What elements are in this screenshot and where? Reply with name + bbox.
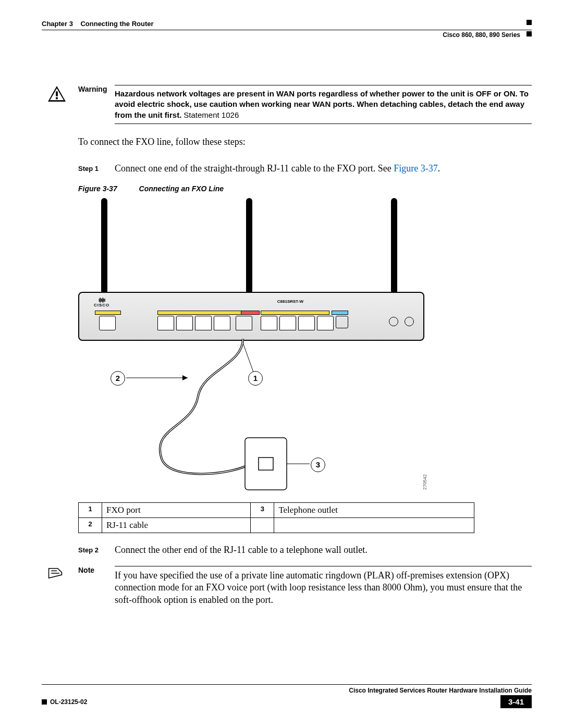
intro-text: To connect the FXO line, follow these st… — [78, 137, 532, 147]
fxo-port — [236, 316, 252, 330]
note-icon — [47, 566, 72, 583]
lan-port-row — [261, 316, 334, 330]
cable-path-icon — [78, 198, 474, 500]
header-marker-icon — [527, 20, 532, 25]
svg-rect-7 — [245, 438, 287, 490]
note-block: Note If you have specified the use of a … — [78, 566, 532, 606]
callout-3: 3 — [311, 458, 325, 472]
console-port-label — [332, 311, 348, 315]
svg-rect-3 — [56, 97, 58, 100]
chapter-number: Chapter 3 — [42, 20, 73, 28]
svg-marker-6 — [182, 375, 188, 380]
port-group-label — [157, 311, 252, 315]
figure-legend-table: 1 FXO port 3 Telephone outlet 2 RJ-11 ca… — [78, 502, 474, 533]
port-group-label — [261, 311, 329, 315]
port-group-label — [95, 311, 121, 315]
chapter-title: Connecting the Router — [80, 20, 153, 28]
note-label: Note — [78, 566, 115, 606]
device-model-label: C881SRST-W — [277, 299, 303, 304]
table-row: 1 FXO port 3 Telephone outlet — [79, 502, 474, 517]
warning-label: Warning — [78, 85, 115, 124]
header-marker-icon — [527, 31, 532, 36]
figure-number: Figure 3-37 — [78, 184, 117, 193]
step-1: Step 1 Connect one end of the straight-t… — [78, 163, 532, 174]
figure-reference-link[interactable]: Figure 3-37 — [394, 163, 438, 174]
step-label: Step 1 — [78, 163, 115, 174]
antenna-icon — [101, 198, 107, 294]
svg-rect-2 — [56, 91, 58, 96]
series-label: Cisco 860, 880, 890 Series — [443, 31, 520, 39]
antenna-icon — [391, 198, 397, 294]
image-id: 270542 — [422, 474, 427, 490]
step-2: Step 2 Connect the other end of the RJ-1… — [78, 545, 532, 556]
aux-port — [336, 316, 348, 328]
callout-2: 2 — [111, 371, 125, 386]
cisco-logo: ı|ıı|ıı CISCO — [94, 297, 109, 307]
port-row — [157, 316, 230, 330]
page-footer: Cisco Integrated Services Router Hardwar… — [42, 684, 532, 708]
fxo-port-label — [241, 311, 260, 315]
figure-caption: Figure 3-37 Connecting an FXO Line — [78, 184, 532, 193]
figure-title: Connecting an FXO Line — [139, 184, 224, 193]
antenna-icon — [246, 198, 252, 294]
footer-marker-icon — [42, 699, 47, 705]
footer-guide-title: Cisco Integrated Services Router Hardwar… — [349, 687, 532, 694]
step-2-text: Connect the other end of the RJ-11 cable… — [115, 545, 532, 556]
power-connector-icon — [405, 317, 414, 326]
page-number: 3-41 — [500, 695, 532, 708]
ground-icon — [389, 317, 398, 326]
figure-illustration: ı|ıı|ıı CISCO C881SRST-W — [78, 198, 474, 500]
warning-block: Warning Hazardous network voltages are p… — [78, 85, 532, 124]
warning-statement: Statement 1026 — [183, 110, 239, 119]
table-row: 2 RJ-11 cable — [79, 517, 474, 533]
svg-rect-8 — [259, 458, 273, 470]
warning-icon — [47, 85, 72, 105]
step-label: Step 2 — [78, 545, 115, 556]
page-header: Chapter 3 Connecting the Router Cisco 86… — [42, 20, 532, 56]
port-icon — [99, 316, 116, 330]
callout-1: 1 — [248, 371, 263, 386]
step-1-text: Connect one end of the straight-through … — [115, 163, 532, 174]
footer-doc-id: OL-23125-02 — [50, 698, 87, 706]
note-text: If you have specified the use of a priva… — [115, 570, 532, 606]
warning-text: Hazardous network voltages are present i… — [115, 89, 529, 119]
router-body: ı|ıı|ıı CISCO C881SRST-W — [78, 292, 424, 341]
